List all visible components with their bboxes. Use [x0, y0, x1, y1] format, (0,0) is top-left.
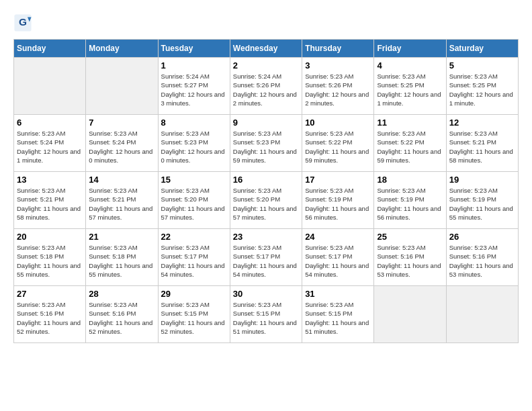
- day-number: 6: [17, 118, 83, 128]
- svg-text:G: G: [19, 16, 27, 28]
- day-info: Sunrise: 5:24 AM Sunset: 5:26 PM Dayligh…: [233, 72, 299, 107]
- logo-icon: G: [13, 13, 32, 32]
- day-info: Sunrise: 5:23 AM Sunset: 5:22 PM Dayligh…: [305, 129, 371, 165]
- day-info: Sunrise: 5:23 AM Sunset: 5:17 PM Dayligh…: [161, 243, 227, 279]
- calendar-cell: 2 Sunrise: 5:24 AM Sunset: 5:26 PM Dayli…: [230, 58, 302, 115]
- col-sunday: Sunday: [14, 40, 86, 58]
- calendar-cell: 24 Sunrise: 5:23 AM Sunset: 5:17 PM Dayl…: [302, 229, 374, 286]
- day-number: 9: [233, 118, 299, 128]
- calendar-cell: 22 Sunrise: 5:23 AM Sunset: 5:17 PM Dayl…: [158, 229, 230, 286]
- calendar-cell: 30 Sunrise: 5:23 AM Sunset: 5:15 PM Dayl…: [230, 286, 302, 343]
- day-number: 20: [17, 232, 83, 242]
- day-info: Sunrise: 5:23 AM Sunset: 5:21 PM Dayligh…: [89, 186, 154, 222]
- calendar-cell: 6 Sunrise: 5:23 AM Sunset: 5:24 PM Dayli…: [14, 115, 86, 172]
- day-info: Sunrise: 5:23 AM Sunset: 5:16 PM Dayligh…: [17, 300, 83, 336]
- day-info: Sunrise: 5:23 AM Sunset: 5:19 PM Dayligh…: [449, 186, 515, 222]
- calendar-cell: 31 Sunrise: 5:23 AM Sunset: 5:15 PM Dayl…: [302, 286, 374, 343]
- day-number: 21: [89, 232, 154, 242]
- day-number: 14: [89, 175, 154, 185]
- day-info: Sunrise: 5:23 AM Sunset: 5:20 PM Dayligh…: [161, 186, 227, 222]
- day-info: Sunrise: 5:23 AM Sunset: 5:16 PM Dayligh…: [449, 243, 515, 279]
- calendar-cell: 8 Sunrise: 5:23 AM Sunset: 5:23 PM Dayli…: [158, 115, 230, 172]
- day-info: Sunrise: 5:23 AM Sunset: 5:17 PM Dayligh…: [305, 243, 371, 279]
- day-number: 4: [377, 60, 443, 71]
- calendar-cell: 10 Sunrise: 5:23 AM Sunset: 5:22 PM Dayl…: [302, 115, 374, 172]
- day-number: 15: [161, 175, 227, 185]
- day-number: 24: [305, 232, 371, 242]
- day-info: Sunrise: 5:23 AM Sunset: 5:19 PM Dayligh…: [305, 186, 371, 222]
- day-number: 29: [161, 289, 227, 299]
- calendar-cell: 29 Sunrise: 5:23 AM Sunset: 5:15 PM Dayl…: [158, 286, 230, 343]
- col-friday: Friday: [374, 40, 446, 58]
- col-saturday: Saturday: [446, 40, 518, 58]
- day-info: Sunrise: 5:23 AM Sunset: 5:15 PM Dayligh…: [161, 300, 227, 336]
- day-info: Sunrise: 5:23 AM Sunset: 5:24 PM Dayligh…: [89, 129, 154, 165]
- day-number: 25: [377, 232, 443, 242]
- calendar-cell: 12 Sunrise: 5:23 AM Sunset: 5:21 PM Dayl…: [446, 115, 518, 172]
- day-number: 19: [449, 175, 515, 185]
- day-info: Sunrise: 5:23 AM Sunset: 5:15 PM Dayligh…: [305, 300, 371, 336]
- calendar-table: Sunday Monday Tuesday Wednesday Thursday…: [13, 39, 519, 343]
- day-info: Sunrise: 5:23 AM Sunset: 5:18 PM Dayligh…: [89, 243, 154, 279]
- day-number: 13: [17, 175, 83, 185]
- calendar-week-4: 20 Sunrise: 5:23 AM Sunset: 5:18 PM Dayl…: [14, 229, 519, 286]
- col-monday: Monday: [86, 40, 158, 58]
- day-info: Sunrise: 5:23 AM Sunset: 5:16 PM Dayligh…: [377, 243, 443, 279]
- day-number: 22: [161, 232, 227, 242]
- col-thursday: Thursday: [302, 40, 374, 58]
- calendar-cell: 4 Sunrise: 5:23 AM Sunset: 5:25 PM Dayli…: [374, 58, 446, 115]
- day-number: 7: [89, 118, 154, 128]
- day-number: 11: [377, 118, 443, 128]
- day-info: Sunrise: 5:23 AM Sunset: 5:16 PM Dayligh…: [89, 300, 154, 336]
- calendar-cell: 11 Sunrise: 5:23 AM Sunset: 5:22 PM Dayl…: [374, 115, 446, 172]
- calendar-cell: 18 Sunrise: 5:23 AM Sunset: 5:19 PM Dayl…: [374, 172, 446, 229]
- day-info: Sunrise: 5:23 AM Sunset: 5:19 PM Dayligh…: [377, 186, 443, 222]
- calendar-cell: 3 Sunrise: 5:23 AM Sunset: 5:26 PM Dayli…: [302, 58, 374, 115]
- day-info: Sunrise: 5:23 AM Sunset: 5:26 PM Dayligh…: [305, 72, 371, 107]
- day-info: Sunrise: 5:23 AM Sunset: 5:24 PM Dayligh…: [17, 129, 83, 165]
- calendar-cell: 5 Sunrise: 5:23 AM Sunset: 5:25 PM Dayli…: [446, 58, 518, 115]
- calendar-cell: 13 Sunrise: 5:23 AM Sunset: 5:21 PM Dayl…: [14, 172, 86, 229]
- calendar-cell: [446, 286, 518, 343]
- calendar-header: Sunday Monday Tuesday Wednesday Thursday…: [14, 40, 519, 58]
- day-number: 2: [233, 60, 299, 71]
- day-info: Sunrise: 5:23 AM Sunset: 5:21 PM Dayligh…: [449, 129, 515, 165]
- page-header: G: [13, 13, 519, 32]
- calendar-cell: 27 Sunrise: 5:23 AM Sunset: 5:16 PM Dayl…: [14, 286, 86, 343]
- col-tuesday: Tuesday: [158, 40, 230, 58]
- calendar-cell: 28 Sunrise: 5:23 AM Sunset: 5:16 PM Dayl…: [86, 286, 158, 343]
- day-number: 8: [161, 118, 227, 128]
- day-info: Sunrise: 5:23 AM Sunset: 5:25 PM Dayligh…: [377, 72, 443, 107]
- calendar-cell: 15 Sunrise: 5:23 AM Sunset: 5:20 PM Dayl…: [158, 172, 230, 229]
- day-number: 26: [449, 232, 515, 242]
- day-number: 17: [305, 175, 371, 185]
- day-info: Sunrise: 5:23 AM Sunset: 5:25 PM Dayligh…: [449, 72, 515, 107]
- day-info: Sunrise: 5:23 AM Sunset: 5:18 PM Dayligh…: [17, 243, 83, 279]
- day-info: Sunrise: 5:23 AM Sunset: 5:23 PM Dayligh…: [233, 129, 299, 165]
- day-info: Sunrise: 5:23 AM Sunset: 5:22 PM Dayligh…: [377, 129, 443, 165]
- logo: G: [13, 13, 35, 32]
- calendar-cell: 9 Sunrise: 5:23 AM Sunset: 5:23 PM Dayli…: [230, 115, 302, 172]
- calendar-cell: 16 Sunrise: 5:23 AM Sunset: 5:20 PM Dayl…: [230, 172, 302, 229]
- day-number: 3: [305, 60, 371, 71]
- day-number: 18: [377, 175, 443, 185]
- calendar-week-1: 1 Sunrise: 5:24 AM Sunset: 5:27 PM Dayli…: [14, 58, 519, 115]
- day-info: Sunrise: 5:23 AM Sunset: 5:15 PM Dayligh…: [233, 300, 299, 336]
- day-info: Sunrise: 5:23 AM Sunset: 5:21 PM Dayligh…: [17, 186, 83, 222]
- calendar-cell: 20 Sunrise: 5:23 AM Sunset: 5:18 PM Dayl…: [14, 229, 86, 286]
- day-number: 31: [305, 289, 371, 299]
- day-number: 1: [161, 60, 227, 71]
- day-number: 27: [17, 289, 83, 299]
- calendar-cell: 19 Sunrise: 5:23 AM Sunset: 5:19 PM Dayl…: [446, 172, 518, 229]
- day-number: 28: [89, 289, 154, 299]
- calendar-cell: 1 Sunrise: 5:24 AM Sunset: 5:27 PM Dayli…: [158, 58, 230, 115]
- calendar-cell: 17 Sunrise: 5:23 AM Sunset: 5:19 PM Dayl…: [302, 172, 374, 229]
- calendar-week-5: 27 Sunrise: 5:23 AM Sunset: 5:16 PM Dayl…: [14, 286, 519, 343]
- calendar-cell: [86, 58, 158, 115]
- day-number: 10: [305, 118, 371, 128]
- col-wednesday: Wednesday: [230, 40, 302, 58]
- calendar-body: 1 Sunrise: 5:24 AM Sunset: 5:27 PM Dayli…: [14, 58, 519, 343]
- day-info: Sunrise: 5:23 AM Sunset: 5:20 PM Dayligh…: [233, 186, 299, 222]
- calendar-cell: 7 Sunrise: 5:23 AM Sunset: 5:24 PM Dayli…: [86, 115, 158, 172]
- day-number: 16: [233, 175, 299, 185]
